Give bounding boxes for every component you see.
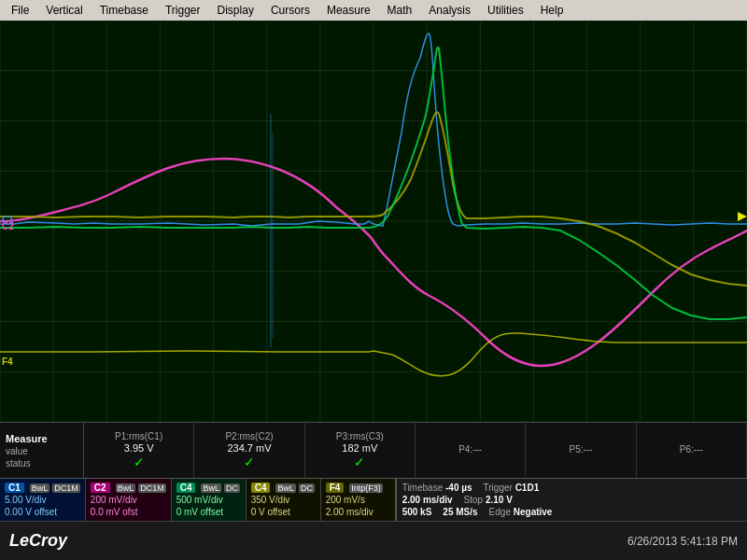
tb-samplerate2: 25 MS/s bbox=[443, 507, 477, 517]
measure-status-label: status bbox=[6, 458, 78, 469]
channel-info-bar: C1 BwL DC1M 5.00 V/div 0.00 V offset C2 … bbox=[0, 478, 747, 521]
menu-trigger[interactable]: Trigger bbox=[158, 2, 208, 19]
c2-voltdiv: 200 mV/div bbox=[91, 495, 166, 505]
ch4b-info[interactable]: C4 BwL DC 350 V/div 0 V offset bbox=[247, 479, 321, 521]
p3-value: 182 mV bbox=[342, 442, 377, 454]
measure-label-column: Measure value status bbox=[0, 423, 84, 478]
c2-bw-tag: BwL bbox=[116, 483, 136, 493]
c1-voltdiv: 5.00 V/div bbox=[5, 495, 80, 505]
c4-dc-tag: DC bbox=[224, 483, 240, 493]
c4b-tag: C4 bbox=[251, 483, 271, 493]
trigger-slope: Negative bbox=[514, 507, 553, 517]
p4-header: P4:--- bbox=[458, 444, 482, 455]
ch2-label: C2 bbox=[2, 221, 14, 231]
menu-display[interactable]: Display bbox=[210, 2, 261, 19]
lecroy-logo: LeCroy bbox=[9, 531, 67, 551]
p5-header: P5:--- bbox=[569, 444, 592, 455]
menu-analysis[interactable]: Analysis bbox=[421, 2, 478, 19]
ch4-info[interactable]: C4 BwL DC 500 mV/div 0 mV offset bbox=[172, 479, 247, 521]
measure-value-label: value bbox=[6, 446, 78, 456]
ch2-info[interactable]: C2 BwL DC1M 200 mV/div 0.0 mV ofst bbox=[86, 479, 172, 521]
c1-bw-tag: BwL bbox=[30, 483, 50, 493]
c4b-bw-tag: BwL bbox=[275, 483, 296, 493]
c4b-dc-tag: DC bbox=[299, 483, 315, 493]
c1-dc-tag: DC1M bbox=[52, 483, 80, 493]
p2-value: 234.7 mV bbox=[227, 442, 271, 454]
measurement-bar: Measure value status P1:rms(C1) 3.95 V ✓… bbox=[0, 422, 747, 478]
oscilloscope-screen: C1 C2 F4 bbox=[0, 21, 747, 422]
c4b-voltdiv: 350 V/div bbox=[251, 495, 316, 505]
logo-bar: LeCroy 6/26/2013 5:41:18 PM bbox=[0, 521, 747, 560]
c1-tag: C1 bbox=[5, 483, 24, 493]
f4-voltdiv: 200 mV/s bbox=[326, 495, 390, 505]
c2-dc-tag: DC1M bbox=[138, 483, 166, 493]
menu-measure[interactable]: Measure bbox=[319, 2, 378, 19]
p1-header: P1:rms(C1) bbox=[115, 431, 162, 441]
p3-header: P3:rms(C3) bbox=[336, 431, 384, 441]
measure-p4: P4:--- bbox=[416, 423, 526, 478]
measure-p5: P5:--- bbox=[526, 423, 636, 478]
c2-tag: C2 bbox=[91, 483, 110, 493]
measure-title: Measure bbox=[6, 433, 78, 444]
menu-timebase[interactable]: Timebase bbox=[92, 2, 156, 19]
tb-samplerate: 500 kS bbox=[402, 507, 432, 517]
ch1-info[interactable]: C1 BwL DC1M 5.00 V/div 0.00 V offset bbox=[0, 479, 86, 521]
p6-header: P6:--- bbox=[680, 444, 703, 455]
c4-offset: 0 mV offset bbox=[176, 507, 241, 517]
menu-math[interactable]: Math bbox=[380, 2, 420, 19]
menu-help[interactable]: Help bbox=[533, 2, 571, 19]
f4-func-tag: Intp(F3) bbox=[349, 483, 383, 493]
c4-bw-tag: BwL bbox=[201, 483, 221, 493]
f4-label: F4 bbox=[2, 357, 13, 367]
menu-cursors[interactable]: Cursors bbox=[263, 2, 317, 19]
menu-bar: File Vertical Timebase Trigger Display C… bbox=[0, 0, 747, 21]
measure-p6: P6:--- bbox=[637, 423, 747, 478]
c4b-offset: 0 V offset bbox=[251, 507, 316, 517]
tb-delay: -40 µs bbox=[445, 483, 472, 493]
c2-offset: 0.0 mV ofst bbox=[91, 507, 166, 517]
p2-header: P2:rms(C2) bbox=[225, 431, 273, 441]
trigger-ch: C1D1 bbox=[515, 483, 540, 493]
menu-file[interactable]: File bbox=[4, 2, 36, 19]
measure-p2: P2:rms(C2) 234.7 mV ✓ bbox=[194, 423, 304, 478]
p1-value: 3.95 V bbox=[124, 442, 154, 454]
f4-timediv: 2.00 ms/div bbox=[326, 507, 390, 517]
p2-status: ✓ bbox=[244, 455, 255, 469]
p3-status: ✓ bbox=[354, 455, 365, 469]
timebase-trigger-block: Timebase -40 µs Trigger C1D1 2.00 ms/div… bbox=[396, 479, 747, 521]
c4-voltdiv: 500 mV/div bbox=[176, 495, 241, 505]
measure-p3: P3:rms(C3) 182 mV ✓ bbox=[305, 423, 416, 478]
menu-vertical[interactable]: Vertical bbox=[38, 2, 90, 19]
datetime-display: 6/26/2013 5:41:18 PM bbox=[627, 535, 738, 548]
f4-info[interactable]: F4 Intp(F3) 200 mV/s 2.00 ms/div bbox=[321, 479, 396, 521]
p1-status: ✓ bbox=[134, 455, 145, 469]
svg-marker-2 bbox=[738, 212, 747, 221]
tb-timediv: 2.00 ms/div bbox=[402, 495, 453, 505]
f4-info-tag: F4 bbox=[326, 483, 345, 493]
trigger-level: 2.10 V bbox=[486, 495, 513, 505]
measure-p1: P1:rms(C1) 3.95 V ✓ bbox=[84, 423, 194, 478]
c4-tag: C4 bbox=[176, 483, 196, 493]
waveform-display bbox=[0, 21, 747, 422]
menu-utilities[interactable]: Utilities bbox=[480, 2, 531, 19]
c1-offset: 0.00 V offset bbox=[5, 507, 80, 517]
